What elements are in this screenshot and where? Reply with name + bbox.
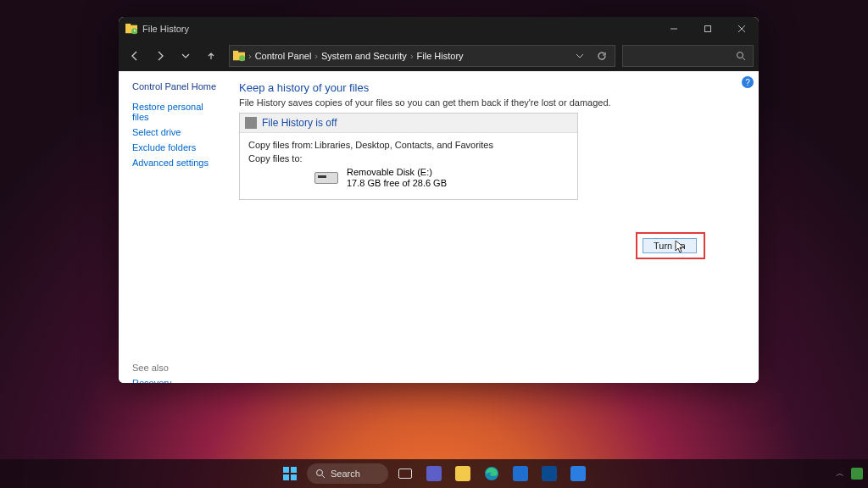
chevron-right-icon: › — [410, 51, 414, 61]
sidebar-link-recovery[interactable]: Recovery — [132, 378, 220, 383]
back-button[interactable] — [124, 45, 146, 67]
forward-button[interactable] — [149, 45, 171, 67]
tray-app-icon[interactable] — [851, 468, 863, 480]
status-title: File History is off — [262, 117, 337, 129]
sidebar-link-advanced[interactable]: Advanced settings — [132, 158, 220, 168]
svg-rect-19 — [851, 468, 863, 480]
search-input[interactable] — [622, 45, 754, 67]
taskbar-app-settings[interactable] — [566, 462, 590, 485]
disk-free: 17.8 GB free of 28.6 GB — [347, 178, 447, 189]
folder-icon — [233, 50, 245, 62]
taskbar[interactable]: Search — [0, 459, 868, 488]
sidebar-link-select-drive[interactable]: Select drive — [132, 127, 220, 137]
window-title: File History — [142, 24, 189, 34]
close-button[interactable] — [725, 17, 759, 41]
svg-rect-13 — [291, 467, 297, 473]
control-panel-home-link[interactable]: Control Panel Home — [132, 81, 220, 92]
app-icon — [125, 23, 137, 35]
task-view-button[interactable] — [393, 462, 417, 485]
svg-line-11 — [743, 58, 745, 60]
search-icon — [315, 469, 326, 479]
maximize-button[interactable] — [691, 17, 725, 41]
svg-rect-1 — [125, 24, 131, 26]
svg-rect-15 — [291, 474, 297, 480]
chevron-right-icon: › — [248, 51, 252, 61]
sidebar-link-restore[interactable]: Restore personal files — [132, 102, 220, 122]
copy-from-label: Copy files from: — [248, 140, 314, 150]
svg-rect-8 — [233, 51, 238, 53]
svg-rect-12 — [283, 467, 289, 473]
taskbar-app-store[interactable] — [509, 462, 532, 485]
highlight-box: Turn on — [636, 232, 705, 259]
svg-rect-14 — [283, 474, 289, 480]
page-subtext: File History saves copies of your files … — [239, 97, 743, 108]
titlebar[interactable]: File History — [119, 17, 759, 41]
svg-point-9 — [239, 55, 245, 61]
svg-point-16 — [317, 470, 323, 476]
refresh-button[interactable] — [593, 51, 611, 61]
turn-on-button[interactable]: Turn on — [643, 238, 697, 253]
sidebar-link-exclude[interactable]: Exclude folders — [132, 142, 220, 152]
taskbar-search[interactable]: Search — [307, 463, 388, 484]
recent-dropdown[interactable] — [175, 45, 197, 67]
taskbar-app-explorer[interactable] — [451, 462, 475, 485]
svg-rect-4 — [705, 26, 711, 32]
file-history-window: File History › Control Panel › System an… — [119, 17, 759, 383]
search-icon — [736, 51, 746, 61]
help-icon[interactable]: ? — [742, 76, 754, 88]
status-box: File History is off Copy files from: Lib… — [239, 113, 578, 200]
main-panel: ? Keep a history of your files File Hist… — [229, 71, 759, 383]
address-bar: › Control Panel › System and Security › … — [119, 41, 759, 71]
copy-to-label: Copy files to: — [248, 153, 314, 164]
breadcrumb-item[interactable]: File History — [417, 51, 464, 61]
see-also-label: See also — [132, 363, 220, 373]
breadcrumb[interactable]: › Control Panel › System and Security › … — [229, 45, 615, 67]
status-icon — [245, 117, 257, 129]
sidebar: Control Panel Home Restore personal file… — [119, 71, 229, 383]
svg-point-10 — [737, 53, 743, 58]
breadcrumb-item[interactable]: System and Security — [321, 51, 407, 61]
chevron-right-icon: › — [314, 51, 318, 61]
copy-from-value: Libraries, Desktop, Contacts, and Favori… — [314, 140, 493, 150]
up-button[interactable] — [200, 45, 222, 67]
tray-chevron-icon[interactable]: ︿ — [836, 468, 844, 480]
disk-icon — [314, 172, 338, 184]
address-dropdown[interactable] — [570, 52, 589, 60]
minimize-button[interactable] — [657, 17, 691, 41]
disk-name: Removable Disk (E:) — [347, 167, 447, 178]
svg-line-17 — [322, 475, 325, 478]
system-tray[interactable]: ︿ — [836, 459, 863, 488]
start-button[interactable] — [278, 462, 302, 485]
breadcrumb-item[interactable]: Control Panel — [255, 51, 312, 61]
page-heading: Keep a history of your files — [239, 81, 743, 94]
taskbar-app-terminal[interactable] — [537, 462, 561, 485]
taskbar-app-edge[interactable] — [480, 462, 504, 485]
taskbar-app-chat[interactable] — [422, 462, 446, 485]
taskbar-search-label: Search — [331, 469, 360, 479]
